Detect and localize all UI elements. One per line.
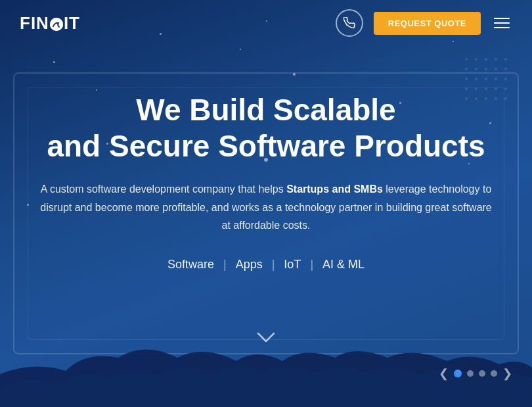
svg-point-8: [495, 68, 497, 70]
header: FIN IT REQUEST QUOTE: [0, 0, 532, 46]
hero-subtitle-prefix: A custom software development company th…: [41, 183, 286, 195]
tag-divider-1: |: [223, 258, 227, 272]
svg-point-2: [485, 58, 487, 60]
hamburger-line: [494, 27, 510, 28]
header-actions: REQUEST QUOTE: [336, 9, 512, 37]
svg-point-5: [465, 68, 468, 70]
tag-divider-3: |: [310, 258, 313, 272]
hero-content: We Build Scalable and Secure Software Pr…: [0, 92, 532, 272]
hero-title: We Build Scalable and Secure Software Pr…: [39, 92, 493, 164]
hero-tags: Software | Apps | IoT | AI & ML: [39, 258, 493, 272]
svg-point-1: [475, 58, 477, 60]
tag-apps: Apps: [236, 258, 263, 272]
carousel-dot-3[interactable]: [479, 370, 485, 377]
hero-subtitle-bold: Startups and SMBs: [286, 183, 383, 195]
hamburger-menu-button[interactable]: [491, 15, 512, 31]
tag-divider-2: |: [272, 258, 275, 272]
tag-ai-ml: AI & ML: [322, 258, 365, 272]
svg-point-3: [495, 58, 497, 60]
hero-subtitle: A custom software development company th…: [39, 180, 493, 234]
carousel-dot-4[interactable]: [491, 370, 497, 377]
request-quote-button[interactable]: REQUEST QUOTE: [374, 12, 481, 35]
carousel-prev-arrow[interactable]: ❮: [439, 366, 449, 381]
carousel-next-arrow[interactable]: ❯: [502, 366, 512, 381]
svg-point-25: [50, 18, 63, 31]
hamburger-line: [494, 18, 510, 19]
phone-button[interactable]: [336, 9, 363, 37]
carousel-dot-1[interactable]: [454, 370, 462, 377]
logo-text: FIN IT: [20, 13, 80, 34]
tag-software: Software: [167, 258, 214, 272]
carousel-dot-2[interactable]: [467, 370, 474, 377]
tag-iot: IoT: [284, 258, 301, 272]
hero-title-line1: We Build Scalable: [136, 93, 395, 127]
svg-point-7: [485, 68, 487, 70]
logo: FIN IT: [20, 13, 80, 34]
hamburger-line: [494, 22, 510, 24]
svg-point-9: [504, 68, 507, 70]
scroll-down-button[interactable]: [256, 331, 276, 348]
top-dot-decoration: [264, 158, 268, 162]
svg-point-4: [504, 58, 507, 60]
svg-point-6: [475, 68, 477, 70]
svg-point-0: [465, 58, 468, 60]
carousel-controls: ❮ ❯: [439, 366, 512, 381]
